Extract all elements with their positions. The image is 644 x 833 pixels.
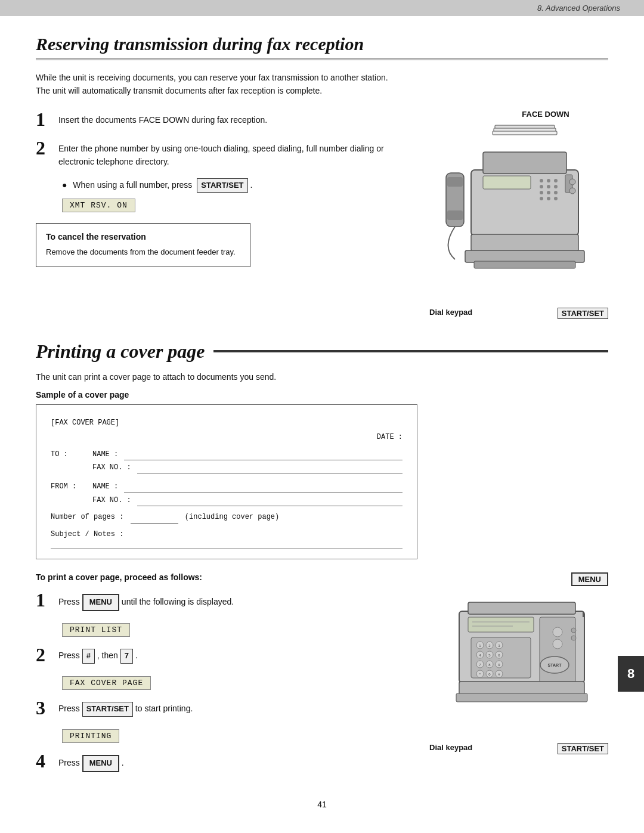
cancel-box-title: To cancel the reservation xyxy=(46,232,240,241)
step-text-2: Enter the phone number by using one-touc… xyxy=(58,138,417,169)
print-step-2: 2 Press # , then 7 . xyxy=(36,645,415,664)
step-number-2: 2 xyxy=(36,138,50,157)
svg-rect-5 xyxy=(483,176,531,189)
cover-fax-title: [FAX COVER PAGE] xyxy=(51,417,402,429)
cover-from-name-row: FROM : NAME : xyxy=(51,481,402,493)
menu-badge-top: MENU xyxy=(571,572,608,586)
svg-rect-23 xyxy=(447,177,463,187)
svg-point-20 xyxy=(569,188,575,194)
steps-column: 1 Insert the documents FACE DOWN during … xyxy=(36,110,417,319)
svg-rect-26 xyxy=(474,261,575,268)
svg-rect-64 xyxy=(459,682,584,695)
section1-title: Reserving transmission during fax recept… xyxy=(36,34,608,60)
svg-point-59 xyxy=(553,639,562,649)
cover-date-line: DATE : xyxy=(51,431,402,443)
face-down-label: FACE DOWN xyxy=(522,110,569,119)
header-bar: 8. Advanced Operations xyxy=(0,0,644,16)
cover-subject-line: Subject / Notes : xyxy=(51,528,402,540)
svg-rect-2 xyxy=(493,131,557,135)
svg-rect-29 xyxy=(468,617,534,632)
chapter-side-tab: 8 xyxy=(618,656,644,692)
svg-point-62 xyxy=(571,628,576,633)
cover-pages-line: Number of pages : (including cover page) xyxy=(51,511,402,523)
print-steps-col: To print a cover page, proceed as follow… xyxy=(36,572,415,782)
svg-text:START: START xyxy=(548,663,562,667)
proceed-label: To print a cover page, proceed as follow… xyxy=(36,572,415,582)
cancel-box: To cancel the reservation Remove the doc… xyxy=(36,223,250,267)
svg-point-15 xyxy=(540,197,543,200)
svg-rect-25 xyxy=(465,250,584,262)
print-step-3: 3 Press START/SET to start printing. xyxy=(36,698,415,717)
lcd-display-printing: PRINTING xyxy=(62,729,119,743)
fax-machine-illustration-2: 1 2 3 4 5 6 7 8 9 * 0 # xyxy=(435,587,602,738)
bottom-labels-1: Dial keypad START/SET xyxy=(429,308,608,319)
svg-point-8 xyxy=(554,179,558,182)
lcd-display-print-list: PRINT LIST xyxy=(62,623,130,637)
svg-point-13 xyxy=(547,191,550,194)
svg-rect-28 xyxy=(468,602,575,614)
section2-title: Printing a cover page xyxy=(36,340,608,363)
lcd-display-fax-cover: FAX COVER PAGE xyxy=(62,676,151,690)
dial-keypad-label-2: Dial keypad xyxy=(429,743,472,754)
svg-point-17 xyxy=(554,197,558,200)
start-set-badge-2: START/SET xyxy=(558,308,608,319)
cover-from-fax-row: FAX NO. : xyxy=(51,494,402,506)
step-1: 1 Insert the documents FACE DOWN during … xyxy=(36,110,417,129)
svg-point-58 xyxy=(553,627,562,637)
svg-point-7 xyxy=(547,179,550,182)
print-step-4: 4 Press MENU . xyxy=(36,751,415,772)
cover-bottom-line xyxy=(51,549,402,550)
fax-illustration-col-1: FACE DOWN xyxy=(429,110,608,319)
step-text-1: Insert the documents FACE DOWN during fa… xyxy=(58,110,267,126)
svg-rect-24 xyxy=(447,210,463,220)
page-content: Reserving transmission during fax recept… xyxy=(0,16,644,833)
start-set-badge-1: START/SET xyxy=(197,180,250,190)
svg-point-63 xyxy=(571,636,576,640)
print-step-text-3: Press START/SET to start printing. xyxy=(58,698,193,717)
svg-point-11 xyxy=(554,185,558,188)
page-number: 41 xyxy=(36,800,608,809)
svg-point-9 xyxy=(540,185,543,188)
svg-rect-4 xyxy=(483,152,566,174)
cover-intro: The unit can print a cover page to attac… xyxy=(36,372,608,382)
print-step-number-4: 4 xyxy=(36,751,50,770)
svg-rect-65 xyxy=(456,693,587,702)
print-step-text-4: Press MENU . xyxy=(58,751,124,772)
lcd-display-xmt: XMT RSV. ON xyxy=(62,199,135,212)
svg-point-6 xyxy=(540,179,543,182)
step-2: 2 Enter the phone number by using one-to… xyxy=(36,138,417,169)
print-step-number-2: 2 xyxy=(36,645,50,664)
svg-point-19 xyxy=(569,179,575,185)
print-step-number-1: 1 xyxy=(36,590,50,609)
svg-point-14 xyxy=(554,191,558,194)
cover-to-fax-row: FAX NO. : xyxy=(51,462,402,473)
section1-intro: While the unit is receiving documents, y… xyxy=(36,71,608,98)
header-text: 8. Advanced Operations xyxy=(537,4,620,13)
step-number-1: 1 xyxy=(36,110,50,129)
print-step-number-3: 3 xyxy=(36,698,50,717)
dial-keypad-label-1: Dial keypad xyxy=(429,308,472,319)
print-step-1: 1 Press MENU until the following is disp… xyxy=(36,590,415,611)
fax-illustration-col-2: MENU xyxy=(429,572,608,782)
bullet-item: When using a full number, press START/SE… xyxy=(62,178,417,193)
print-section: To print a cover page, proceed as follow… xyxy=(36,572,608,782)
sample-label: Sample of a cover page xyxy=(36,390,608,400)
cancel-box-text: Remove the documents from the document f… xyxy=(46,246,240,258)
section1-body: 1 Insert the documents FACE DOWN during … xyxy=(36,110,608,319)
cover-page-sample: [FAX COVER PAGE] DATE : TO : NAME : FAX … xyxy=(36,404,417,559)
print-step-text-1: Press MENU until the following is displa… xyxy=(58,590,234,611)
title-deco-2 xyxy=(213,350,608,352)
cover-to-name-row: TO : NAME : xyxy=(51,448,402,460)
svg-rect-21 xyxy=(471,234,578,251)
svg-point-10 xyxy=(547,185,550,188)
start-set-badge-3: START/SET xyxy=(558,743,608,754)
bottom-labels-2: Dial keypad START/SET xyxy=(429,743,608,754)
svg-point-16 xyxy=(547,197,550,200)
svg-point-12 xyxy=(540,191,543,194)
print-step-text-2: Press # , then 7 . xyxy=(58,645,138,664)
fax-machine-illustration-1 xyxy=(435,122,602,303)
